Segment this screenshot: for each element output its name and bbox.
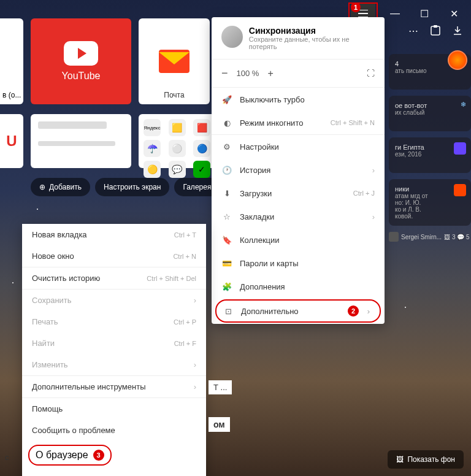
marker-1: 1 (351, 2, 361, 12)
zoom-in-button[interactable]: + (267, 68, 273, 79)
menu-item-about-browser[interactable]: О браузере3 (28, 445, 112, 466)
zen-author: Sergei Smirn... (401, 234, 442, 240)
submenu-item[interactable]: Очистить историюCtrl + Shift + Del (22, 267, 206, 289)
minimize-button[interactable]: — (383, 5, 407, 22)
mail-icon (159, 50, 190, 73)
marker-2: 2 (348, 305, 359, 317)
dots-icon: ⊡ (223, 305, 234, 317)
submenu-item[interactable]: Помощь (22, 398, 206, 420)
zoom-level: 100 % (237, 69, 259, 78)
download-icon[interactable] (450, 23, 465, 38)
menu-item-загрузки[interactable]: ⬇ЗагрузкиCtrl + J (212, 182, 385, 205)
submenu-item[interactable]: Изменить› (22, 354, 206, 375)
gear-icon: ⚙ (221, 141, 232, 152)
menu-item-история[interactable]: 🕐История› (212, 158, 385, 182)
submenu-item[interactable]: Сохранить› (22, 290, 206, 311)
svg-rect-0 (431, 26, 440, 35)
main-menu: Синхронизация Сохраните данные, чтобы их… (212, 17, 385, 324)
submenu-item[interactable]: Новое окноCtrl + N (22, 245, 206, 267)
tile-cut[interactable]: U (0, 114, 23, 168)
zen-badge (454, 184, 466, 196)
marker-3: 3 (93, 450, 104, 461)
submenu-item[interactable]: Закрыть браузерCtrl + Shift + Q (22, 469, 206, 476)
submenu-item[interactable]: ПечатьCtrl + P (22, 311, 206, 332)
tile-row-2: U Яндекс🟨🟥 ☂️⚪🔵 🟡💬✓ (0, 114, 220, 168)
tile-label: YouTube (62, 71, 101, 82)
dots-icon[interactable]: ⋯ (406, 23, 421, 38)
extension-icon[interactable] (428, 23, 443, 38)
zen-card[interactable]: 4ать письмо (389, 54, 471, 90)
tile-label: Почта (139, 91, 210, 99)
submenu-item[interactable]: Сообщить о проблеме (22, 420, 206, 441)
menu-item-настройки[interactable]: ⚙Настройки (212, 135, 385, 158)
menu-item-дополнения[interactable]: 🧩Дополнения (212, 275, 385, 298)
submenu-item[interactable]: Дополнительные инструменты› (22, 376, 206, 397)
submenu-item[interactable]: Новая вкладкаCtrl + T (22, 224, 206, 245)
zen-sidebar: 4ать письмоое вот-вотих слабый❄ги Египта… (389, 54, 471, 242)
tile-youtube[interactable]: YouTube (31, 18, 131, 104)
avatar-icon (221, 26, 243, 48)
menu-item-коллекции[interactable]: 🔖Коллекции (212, 228, 385, 251)
close-button[interactable]: ✕ (442, 5, 466, 22)
svg-rect-1 (434, 25, 437, 28)
image-icon: 🖼 (396, 455, 404, 464)
submenu-item[interactable]: НайтиCtrl + F (22, 332, 206, 354)
show-background-button[interactable]: 🖼 Показать фон (388, 450, 464, 469)
zoom-controls: − 100 % + ⛶ (212, 60, 385, 87)
maximize-button[interactable]: ☐ (412, 5, 437, 22)
youtube-play-icon (64, 41, 98, 66)
chevron-right-icon: › (372, 212, 375, 221)
zen-avatar (448, 50, 467, 70)
menu-item-закладки[interactable]: ☆Закладки› (212, 205, 385, 228)
chevron-right-icon: › (372, 166, 375, 175)
chevron-right-icon: › (367, 307, 370, 316)
add-tile-button[interactable]: ⊕Добавить (31, 178, 90, 196)
card-icon: 💳 (221, 258, 232, 269)
tile-mail[interactable]: Почта (139, 18, 210, 104)
menu-item-выключить-турбо[interactable]: 🚀Выключить турбо (212, 88, 385, 111)
bookmark-icon: 🔖 (221, 234, 232, 245)
fullscreen-icon[interactable]: ⛶ (367, 69, 375, 78)
zen-badge (454, 142, 466, 155)
tile-yandex-services[interactable]: Яндекс🟨🟥 ☂️⚪🔵 🟡💬✓ (139, 114, 220, 168)
menu-item-дополнительно[interactable]: ⊡Дополнительно›2› (215, 299, 381, 323)
puzzle-icon: 🧩 (221, 281, 232, 292)
zen-card[interactable]: ги Египтаези, 2016 (389, 137, 471, 173)
sync-subtitle: Сохраните данные, чтобы их не потерять (249, 36, 375, 50)
sync-section[interactable]: Синхронизация Сохраните данные, чтобы их… (212, 17, 385, 59)
toolbar-icons: ⋯ (406, 23, 465, 38)
zen-card[interactable]: ое вот-вотих слабый❄ (389, 96, 471, 131)
tile-row-1: в (о... YouTube Почта (0, 18, 210, 104)
download-icon: ⬇ (221, 188, 232, 199)
star-icon: ☆ (221, 211, 232, 222)
clock-icon: 🕐 (221, 164, 232, 175)
rocket-icon: 🚀 (221, 94, 232, 105)
zen-card[interactable]: никиатам мгд от но: И. Ю. ко и Л. В. ков… (389, 179, 471, 226)
plus-icon: ⊕ (39, 183, 45, 191)
side-label: с (5, 453, 9, 462)
zoom-out-button[interactable]: − (221, 67, 228, 80)
chevron-right-icon: › (194, 296, 196, 305)
side-label: ом (209, 417, 230, 432)
chevron-right-icon: › (194, 360, 196, 369)
configure-screen-button[interactable]: Настроить экран (95, 178, 169, 196)
tile-label: в (о... (2, 91, 21, 99)
menu-item-режим-инкогнито[interactable]: ◐Режим инкогнитоCtrl + Shift + N (212, 111, 385, 134)
chevron-right-icon: › (194, 382, 196, 391)
tile-instagram[interactable] (31, 114, 131, 168)
sync-title: Синхронизация (249, 26, 375, 36)
side-label: Т ... (209, 380, 232, 394)
snowflake-icon: ❄ (461, 101, 466, 109)
action-pills: ⊕Добавить Настроить экран Галерея ф (31, 178, 228, 196)
mask-icon: ◐ (221, 117, 232, 128)
menu-item-пароли-и-карты[interactable]: 💳Пароли и карты (212, 251, 385, 275)
sub-menu: Новая вкладкаCtrl + TНовое окноCtrl + NО… (22, 224, 206, 476)
